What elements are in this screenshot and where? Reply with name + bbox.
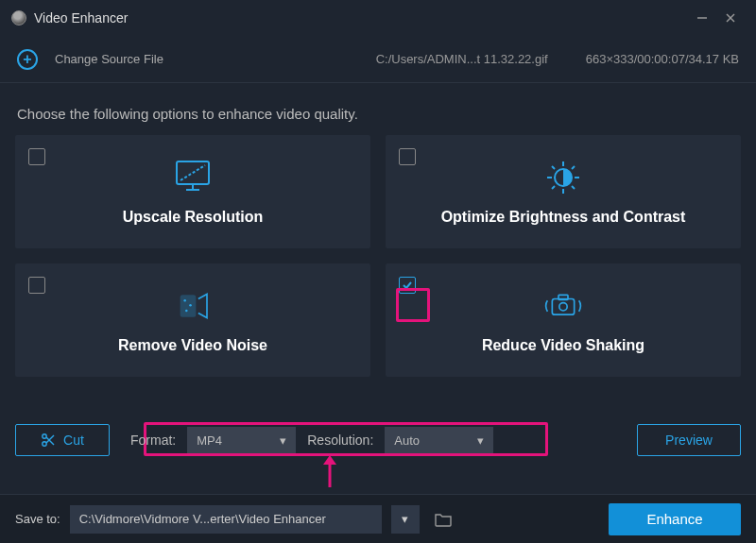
svg-point-17 [183, 299, 186, 302]
resolution-label: Resolution: [307, 433, 373, 448]
option-cards: Upscale Resolution Optimize Brightness a… [0, 135, 756, 377]
checkbox-brightness[interactable] [399, 148, 416, 165]
svg-point-19 [185, 310, 188, 313]
app-title: Video Enhancer [34, 10, 128, 25]
folder-icon [435, 512, 452, 527]
cut-button[interactable]: Cut [15, 424, 110, 456]
format-value: MP4 [197, 433, 222, 448]
format-select[interactable]: MP4 ▾ [187, 427, 296, 453]
format-label: Format: [130, 433, 176, 448]
preview-label: Preview [665, 433, 713, 448]
svg-line-4 [180, 165, 205, 180]
save-path-text: C:\Vidmore\Vidmore V...erter\Video Enhan… [79, 512, 326, 526]
chevron-down-icon: ▾ [402, 512, 408, 526]
titlebar: Video Enhancer [0, 0, 756, 36]
svg-line-13 [572, 186, 575, 189]
close-button[interactable] [716, 4, 745, 32]
source-meta: 663×333/00:00:07/34.17 KB [586, 52, 739, 66]
noise-icon [169, 286, 216, 326]
open-folder-button[interactable] [429, 505, 457, 534]
chevron-down-icon: ▾ [477, 433, 484, 448]
footer: Save to: C:\Vidmore\Vidmore V...erter\Vi… [0, 494, 756, 543]
cut-label: Cut [63, 433, 84, 448]
checkbox-upscale[interactable] [28, 148, 45, 165]
save-to-label: Save to: [15, 512, 60, 526]
add-source-icon[interactable]: + [17, 49, 38, 70]
brightness-icon [540, 158, 587, 197]
svg-point-23 [43, 434, 46, 438]
svg-rect-16 [181, 296, 196, 316]
enhance-button[interactable]: Enhance [609, 503, 741, 535]
resolution-value: Auto [394, 433, 420, 448]
svg-rect-20 [552, 299, 574, 315]
minimize-button[interactable] [688, 4, 716, 32]
change-source-link[interactable]: Change Source File [55, 52, 163, 66]
checkbox-noise[interactable] [28, 277, 45, 294]
save-path-dropdown[interactable]: ▾ [391, 505, 420, 534]
source-path: C:/Users/ADMIN...t 11.32.22.gif [376, 52, 548, 66]
chevron-down-icon: ▾ [280, 433, 286, 448]
instruction-text: Choose the following options to enhance … [0, 83, 756, 135]
upscale-icon [169, 158, 216, 197]
svg-line-14 [572, 166, 575, 169]
card-title-brightness: Optimize Brightness and Contrast [441, 209, 686, 226]
svg-point-22 [559, 303, 567, 311]
app-icon [11, 10, 26, 25]
card-remove-noise[interactable]: Remove Video Noise [15, 263, 370, 377]
card-brightness-contrast[interactable]: Optimize Brightness and Contrast [386, 135, 741, 248]
card-reduce-shaking[interactable]: Reduce Video Shaking [386, 263, 741, 377]
svg-point-18 [189, 304, 192, 307]
card-title-upscale: Upscale Resolution [123, 209, 263, 226]
shaking-icon [540, 286, 587, 326]
enhance-label: Enhance [646, 511, 702, 527]
scissors-icon [41, 433, 56, 448]
card-upscale-resolution[interactable]: Upscale Resolution [15, 135, 370, 248]
card-title-noise: Remove Video Noise [118, 337, 267, 354]
checkbox-shaking[interactable] [399, 277, 416, 294]
svg-line-15 [552, 186, 555, 189]
preview-button[interactable]: Preview [637, 424, 741, 456]
svg-line-12 [552, 166, 555, 169]
format-controls: Format: MP4 ▾ Resolution: Auto ▾ [121, 424, 503, 456]
bottom-controls: Cut Format: MP4 ▾ Resolution: Auto ▾ Pre… [0, 421, 756, 459]
svg-point-24 [43, 442, 46, 446]
save-path-field[interactable]: C:\Vidmore\Vidmore V...erter\Video Enhan… [70, 505, 382, 534]
card-title-shaking: Reduce Video Shaking [482, 337, 644, 354]
source-row: + Change Source File C:/Users/ADMIN...t … [0, 36, 756, 83]
annotation-arrow [319, 455, 340, 487]
svg-rect-21 [558, 295, 568, 299]
resolution-select[interactable]: Auto ▾ [385, 427, 493, 453]
